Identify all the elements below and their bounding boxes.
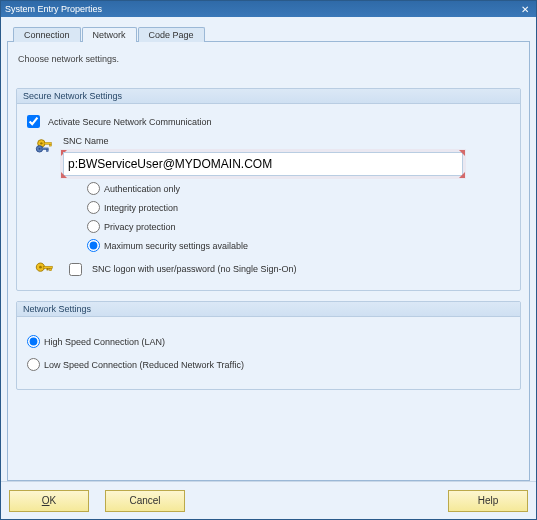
snc-name-label: SNC Name: [63, 136, 510, 146]
svg-rect-2: [44, 142, 51, 144]
tab-network[interactable]: Network: [82, 27, 137, 42]
integrity-label[interactable]: Integrity protection: [104, 203, 178, 213]
svg-rect-3: [50, 144, 52, 146]
activate-snc-label[interactable]: Activate Secure Network Communication: [48, 117, 212, 127]
activate-snc-checkbox[interactable]: [27, 115, 40, 128]
high-speed-label[interactable]: High Speed Connection (LAN): [44, 337, 165, 347]
window-title: System Entry Properties: [5, 4, 102, 14]
close-icon[interactable]: ✕: [518, 3, 532, 15]
integrity-radio[interactable]: [87, 201, 100, 214]
ok-button[interactable]: OK: [9, 490, 89, 512]
privacy-label[interactable]: Privacy protection: [104, 222, 176, 232]
secure-network-header: Secure Network Settings: [17, 89, 520, 104]
network-settings-group: Network Settings High Speed Connection (…: [16, 301, 521, 390]
snc-logon-label[interactable]: SNC logon with user/password (no Single …: [92, 264, 297, 274]
max-security-label[interactable]: Maximum security settings available: [104, 241, 248, 251]
svg-point-5: [38, 148, 40, 150]
window-titlebar: System Entry Properties ✕: [1, 1, 536, 17]
max-security-radio[interactable]: [87, 239, 100, 252]
cancel-button[interactable]: Cancel: [105, 490, 185, 512]
svg-rect-11: [50, 268, 52, 270]
low-speed-radio[interactable]: [27, 358, 40, 371]
keys-icon: [33, 136, 57, 158]
help-button[interactable]: Help: [448, 490, 528, 512]
svg-rect-12: [47, 268, 49, 270]
tab-strip: Connection Network Code Page: [13, 23, 530, 41]
privacy-radio[interactable]: [87, 220, 100, 233]
auth-only-radio[interactable]: [87, 182, 100, 195]
svg-point-1: [40, 142, 42, 144]
secure-network-group: Secure Network Settings Activate Secure …: [16, 88, 521, 291]
snc-name-input[interactable]: [63, 152, 463, 176]
snc-logon-checkbox[interactable]: [69, 263, 82, 276]
key-icon: [33, 258, 57, 280]
svg-rect-7: [46, 150, 48, 152]
network-settings-header: Network Settings: [17, 302, 520, 317]
instruction-text: Choose network settings.: [18, 54, 521, 64]
high-speed-radio[interactable]: [27, 335, 40, 348]
button-bar: OK Cancel Help: [1, 481, 536, 519]
tab-panel-network: Choose network settings. Secure Network …: [7, 41, 530, 481]
low-speed-label[interactable]: Low Speed Connection (Reduced Network Tr…: [44, 360, 244, 370]
svg-rect-10: [43, 266, 52, 268]
svg-point-9: [39, 266, 42, 269]
tab-connection[interactable]: Connection: [13, 27, 81, 42]
tab-codepage[interactable]: Code Page: [138, 27, 205, 42]
auth-only-label[interactable]: Authentication only: [104, 184, 180, 194]
svg-rect-6: [42, 148, 48, 150]
